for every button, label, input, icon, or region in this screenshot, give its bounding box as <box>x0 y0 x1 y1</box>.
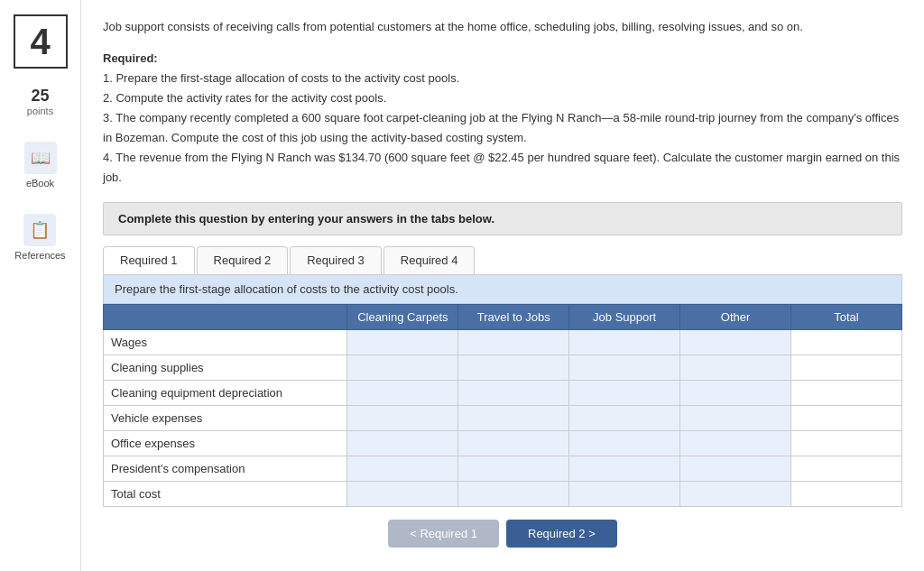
input-5-4[interactable] <box>799 462 894 475</box>
cell-5-1[interactable] <box>458 456 569 482</box>
input-1-3[interactable] <box>688 361 783 374</box>
next-button[interactable]: Required 2 > <box>506 520 617 548</box>
input-0-3[interactable] <box>688 336 783 349</box>
input-6-1[interactable] <box>466 487 561 501</box>
cell-3-1[interactable] <box>458 406 569 431</box>
tab-required-2[interactable]: Required 2 <box>197 246 289 274</box>
input-3-0[interactable] <box>355 411 450 425</box>
references-icon-section[interactable]: 📋 References <box>14 214 65 261</box>
input-5-2[interactable] <box>577 462 672 475</box>
problem-number: 4 <box>14 14 68 69</box>
references-icon: 📋 <box>23 214 56 246</box>
ebook-icon-section[interactable]: 📖 eBook <box>24 142 57 189</box>
cell-0-2[interactable] <box>569 330 680 355</box>
cell-1-3[interactable] <box>680 355 791 381</box>
cell-2-3[interactable] <box>680 381 791 406</box>
required-item-4: 4. The revenue from the Flying N Ranch w… <box>103 151 900 184</box>
tab-required-1[interactable]: Required 1 <box>103 246 195 274</box>
cell-1-2[interactable] <box>569 355 680 381</box>
table-row: President's compensation <box>104 456 902 482</box>
cell-6-2[interactable] <box>569 482 680 507</box>
problem-description: Job support consists of receiving calls … <box>103 18 902 36</box>
col-header-travel-to-jobs: Travel to Jobs <box>458 305 569 330</box>
input-6-3[interactable] <box>688 487 783 501</box>
row-label-4: Office expenses <box>104 431 347 456</box>
cost-table: Cleaning Carpets Travel to Jobs Job Supp… <box>103 304 902 507</box>
input-4-1[interactable] <box>466 437 561 450</box>
main-content: Job support consists of receiving calls … <box>81 0 924 571</box>
cell-0-3[interactable] <box>680 330 791 355</box>
points-label: points <box>27 106 53 116</box>
input-1-4[interactable] <box>799 361 894 374</box>
input-3-3[interactable] <box>688 411 783 425</box>
cell-3-2[interactable] <box>569 406 680 431</box>
table-row: Office expenses <box>104 431 902 456</box>
required-section: Required: 1. Prepare the first-stage all… <box>103 49 902 189</box>
input-4-2[interactable] <box>577 437 672 450</box>
nav-buttons: < Required 1 Required 2 > <box>103 520 902 548</box>
cell-6-3[interactable] <box>680 482 791 507</box>
tab-required-4[interactable]: Required 4 <box>383 246 476 274</box>
input-2-2[interactable] <box>577 386 672 400</box>
input-2-3[interactable] <box>688 386 783 400</box>
cell-3-3[interactable] <box>680 406 791 431</box>
table-row: Cleaning equipment depreciation <box>104 381 902 406</box>
cell-3-0[interactable] <box>347 406 458 431</box>
input-6-0[interactable] <box>355 487 450 501</box>
input-4-3[interactable] <box>688 437 783 450</box>
input-5-3[interactable] <box>688 462 783 475</box>
input-5-0[interactable] <box>355 462 450 475</box>
cell-6-0[interactable] <box>347 482 458 507</box>
cell-2-0[interactable] <box>347 381 458 406</box>
tab-required-3[interactable]: Required 3 <box>290 246 382 274</box>
input-0-2[interactable] <box>577 336 672 349</box>
input-3-1[interactable] <box>466 411 561 425</box>
cell-5-4[interactable] <box>791 456 902 482</box>
input-3-4[interactable] <box>799 411 894 425</box>
cell-5-3[interactable] <box>680 456 791 482</box>
cell-0-0[interactable] <box>347 330 458 355</box>
input-2-4[interactable] <box>799 386 894 400</box>
prev-button[interactable]: < Required 1 <box>388 520 499 548</box>
col-header-job-support: Job Support <box>569 305 680 330</box>
cell-4-1[interactable] <box>458 431 569 456</box>
cell-3-4[interactable] <box>791 406 902 431</box>
cell-0-1[interactable] <box>458 330 569 355</box>
input-2-0[interactable] <box>355 386 450 400</box>
input-4-0[interactable] <box>355 437 450 450</box>
input-1-2[interactable] <box>577 361 672 374</box>
cell-5-0[interactable] <box>347 456 458 482</box>
table-row: Vehicle expenses <box>104 406 902 431</box>
required-label: Required: <box>103 51 158 65</box>
col-header-empty <box>104 305 347 330</box>
cell-5-2[interactable] <box>569 456 680 482</box>
input-4-4[interactable] <box>799 437 894 450</box>
input-1-1[interactable] <box>466 361 561 374</box>
row-label-5: President's compensation <box>104 456 347 482</box>
input-3-2[interactable] <box>577 411 672 425</box>
ebook-icon: 📖 <box>24 142 57 174</box>
input-1-0[interactable] <box>355 361 450 374</box>
cell-2-2[interactable] <box>569 381 680 406</box>
cell-4-3[interactable] <box>680 431 791 456</box>
cell-4-4[interactable] <box>791 431 902 456</box>
input-2-1[interactable] <box>466 386 561 400</box>
cell-1-4[interactable] <box>791 355 902 381</box>
row-label-1: Cleaning supplies <box>104 355 347 381</box>
cell-4-0[interactable] <box>347 431 458 456</box>
input-6-2[interactable] <box>577 487 672 501</box>
cell-1-1[interactable] <box>458 355 569 381</box>
cell-2-1[interactable] <box>458 381 569 406</box>
input-5-1[interactable] <box>466 462 561 475</box>
input-0-1[interactable] <box>466 336 561 349</box>
cell-1-0[interactable] <box>347 355 458 381</box>
cell-2-4[interactable] <box>791 381 902 406</box>
cell-0-4[interactable] <box>791 330 902 355</box>
cell-6-1[interactable] <box>458 482 569 507</box>
input-0-0[interactable] <box>355 336 450 349</box>
cell-6-4[interactable] <box>791 482 902 507</box>
input-6-4[interactable] <box>799 487 894 501</box>
row-label-3: Vehicle expenses <box>104 406 347 431</box>
input-0-4[interactable] <box>799 336 894 349</box>
cell-4-2[interactable] <box>569 431 680 456</box>
